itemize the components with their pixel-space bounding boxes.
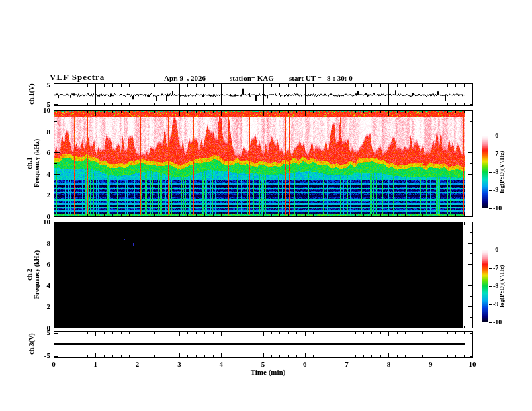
ch2-label-line1: ch.2 xyxy=(26,250,33,299)
header-start-ut: start UT = 8 : 30: 0 xyxy=(289,74,353,82)
x-tick-label: 9 xyxy=(423,360,439,368)
freq-tick-label: 6 xyxy=(33,148,50,156)
x-tick-label: 8 xyxy=(380,360,396,368)
ch3-volt-tick-label: -5 xyxy=(33,351,50,359)
freq-tick-label: 4 xyxy=(33,170,50,178)
colorbar1-label: log(PSD)(V²/Hz) xyxy=(498,150,506,193)
x-tick-label: 0 xyxy=(46,360,62,368)
freq-tick-label: 4 xyxy=(33,281,50,289)
x-tick-label: 5 xyxy=(255,360,271,368)
freq-tick-label: 10 xyxy=(33,218,50,226)
freq-tick-label: 8 xyxy=(33,128,50,136)
freq-tick-label: 6 xyxy=(33,260,50,268)
colorbar1-tick-label: -10 xyxy=(493,204,502,212)
ch3-zero-line xyxy=(54,343,465,345)
x-tick-label: 10 xyxy=(464,360,480,368)
ch1-label-line1: ch.1 xyxy=(26,139,33,187)
ch1-label-line2: Frequency (kHz) xyxy=(33,139,40,187)
colorbar2-tick-label: -9 xyxy=(493,300,498,308)
x-tick-label: 1 xyxy=(87,360,103,368)
colorbar-ch1 xyxy=(482,136,488,208)
ch1-spectrogram-canvas xyxy=(54,110,465,216)
colorbar-ch2 xyxy=(482,250,488,322)
x-tick-label: 7 xyxy=(339,360,355,368)
page-title: VLF Spectra xyxy=(50,72,105,83)
x-axis-title: Time (min) xyxy=(228,368,308,376)
colorbar1-tick-label: -9 xyxy=(493,186,498,194)
ch2-frequency-axis-label: ch.2 Frequency (kHz) xyxy=(26,250,40,299)
freq-tick-label: 8 xyxy=(33,239,50,247)
colorbar2-tick-label: -10 xyxy=(493,318,502,326)
colorbar1-tick-label: -6 xyxy=(493,132,498,140)
ch2-spectrogram-canvas xyxy=(54,222,465,328)
ch1-waveform-canvas xyxy=(54,83,465,106)
header-date: Apr. 9 , 2026 xyxy=(164,74,206,82)
freq-tick-label: 2 xyxy=(33,191,50,199)
x-tick-label: 6 xyxy=(297,360,313,368)
ch2-label-line2: Frequency (kHz) xyxy=(33,250,40,299)
x-tick-label: 4 xyxy=(213,360,229,368)
vlf-spectra-plot: VLF Spectra Apr. 9 , 2026 station= KAG s… xyxy=(0,0,532,411)
colorbar2-tick-label: -8 xyxy=(493,282,498,290)
colorbar1-tick-label: -7 xyxy=(493,150,498,158)
freq-tick-label: 2 xyxy=(33,302,50,310)
header-station: station= KAG xyxy=(230,74,274,82)
ch1-volt-tick-label: 5 xyxy=(33,81,50,89)
colorbar2-label: log(PSD)(V²/Hz) xyxy=(498,265,506,307)
x-tick-label: 3 xyxy=(171,360,187,368)
colorbar2-tick-label: -7 xyxy=(493,264,498,272)
colorbar2-tick-label: -6 xyxy=(493,246,498,254)
ch1-frequency-axis-label: ch.1 Frequency (kHz) xyxy=(26,139,40,187)
ch1-volt-tick-label: -5 xyxy=(33,100,50,108)
colorbar1-tick-label: -8 xyxy=(493,168,498,176)
ch3-volt-tick-label: 5 xyxy=(33,328,50,336)
x-tick-label: 2 xyxy=(130,360,146,368)
